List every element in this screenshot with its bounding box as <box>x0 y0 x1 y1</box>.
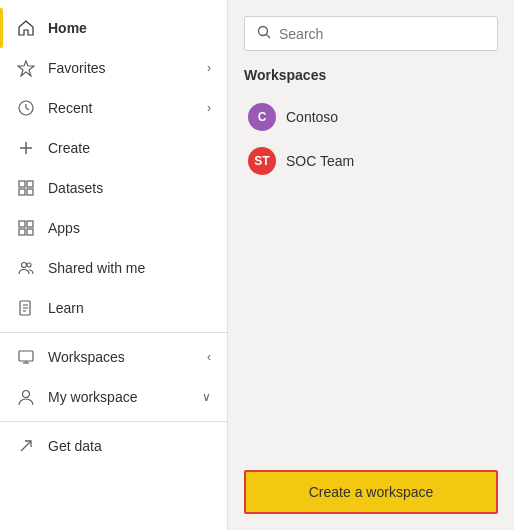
sidebar-item-datasets-label: Datasets <box>48 180 211 196</box>
my-workspace-icon <box>16 387 36 407</box>
sidebar-item-my-workspace-label: My workspace <box>48 389 190 405</box>
sidebar-item-workspaces[interactable]: Workspaces ‹ <box>0 337 227 377</box>
sidebar-item-recent-label: Recent <box>48 100 195 116</box>
sidebar-item-get-data[interactable]: Get data <box>0 426 227 466</box>
svg-line-22 <box>21 441 31 451</box>
svg-rect-10 <box>19 229 25 235</box>
svg-rect-4 <box>19 181 25 187</box>
learn-icon <box>16 298 36 318</box>
divider <box>0 332 227 333</box>
recent-icon <box>16 98 36 118</box>
sidebar-item-home-label: Home <box>48 20 211 36</box>
get-data-icon <box>16 436 36 456</box>
svg-rect-8 <box>19 221 25 227</box>
sidebar-item-datasets[interactable]: Datasets <box>0 168 227 208</box>
svg-point-12 <box>22 263 27 268</box>
sidebar-item-home[interactable]: Home <box>0 8 227 48</box>
sidebar-item-learn[interactable]: Learn <box>0 288 227 328</box>
create-workspace-button[interactable]: Create a workspace <box>244 470 498 514</box>
workspace-name-soc-team: SOC Team <box>286 153 354 169</box>
search-icon <box>257 25 271 42</box>
right-panel: Workspaces C Contoso ST SOC Team Create … <box>228 0 514 530</box>
favorites-icon <box>16 58 36 78</box>
svg-point-23 <box>259 27 268 36</box>
workspace-name-contoso: Contoso <box>286 109 338 125</box>
sidebar-item-apps-label: Apps <box>48 220 211 236</box>
svg-rect-6 <box>19 189 25 195</box>
create-icon <box>16 138 36 158</box>
workspace-item-soc-team[interactable]: ST SOC Team <box>244 139 498 183</box>
home-icon <box>16 18 36 38</box>
chevron-right-icon-recent: › <box>207 101 211 115</box>
chevron-down-icon: ∨ <box>202 390 211 404</box>
workspaces-icon <box>16 347 36 367</box>
sidebar-item-shared[interactable]: Shared with me <box>0 248 227 288</box>
workspaces-section: Workspaces C Contoso ST SOC Team <box>244 67 498 470</box>
sidebar-item-workspaces-label: Workspaces <box>48 349 195 365</box>
sidebar-item-shared-label: Shared with me <box>48 260 211 276</box>
svg-rect-5 <box>27 181 33 187</box>
shared-icon <box>16 258 36 278</box>
chevron-left-icon: ‹ <box>207 350 211 364</box>
svg-rect-11 <box>27 229 33 235</box>
svg-marker-0 <box>18 61 34 76</box>
sidebar-item-create[interactable]: Create <box>0 128 227 168</box>
workspace-avatar-contoso: C <box>248 103 276 131</box>
sidebar-item-learn-label: Learn <box>48 300 211 316</box>
svg-point-21 <box>23 391 30 398</box>
create-workspace-wrapper: Create a workspace <box>244 470 498 514</box>
sidebar-item-favorites[interactable]: Favorites › <box>0 48 227 88</box>
sidebar-item-apps[interactable]: Apps <box>0 208 227 248</box>
chevron-right-icon: › <box>207 61 211 75</box>
sidebar-item-get-data-label: Get data <box>48 438 211 454</box>
svg-rect-7 <box>27 189 33 195</box>
svg-point-13 <box>27 263 31 267</box>
svg-line-24 <box>267 35 271 39</box>
workspace-item-contoso[interactable]: C Contoso <box>244 95 498 139</box>
workspace-avatar-soc-team: ST <box>248 147 276 175</box>
apps-icon <box>16 218 36 238</box>
datasets-icon <box>16 178 36 198</box>
sidebar: Home Favorites › Recent › Create <box>0 0 228 530</box>
sidebar-item-recent[interactable]: Recent › <box>0 88 227 128</box>
sidebar-item-my-workspace[interactable]: My workspace ∨ <box>0 377 227 417</box>
search-box[interactable] <box>244 16 498 51</box>
bottom-divider <box>0 421 227 422</box>
svg-rect-9 <box>27 221 33 227</box>
svg-rect-18 <box>19 351 33 361</box>
workspaces-title: Workspaces <box>244 67 498 83</box>
search-input[interactable] <box>279 26 485 42</box>
sidebar-item-create-label: Create <box>48 140 211 156</box>
sidebar-item-favorites-label: Favorites <box>48 60 195 76</box>
